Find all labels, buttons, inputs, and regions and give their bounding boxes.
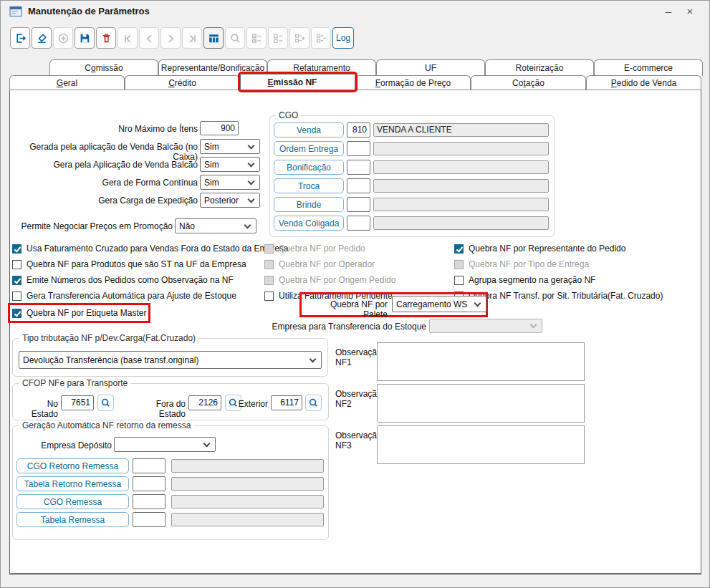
chevron-down-icon: [203, 440, 211, 447]
gera-carga-expedicao-select[interactable]: Posterior: [200, 193, 260, 208]
checkbox-box[interactable]: [12, 260, 21, 269]
field-label: Nro Máximo de Ítens: [11, 124, 198, 134]
chevron-down-icon: [474, 299, 481, 307]
cgo-venda-code-input[interactable]: 810: [347, 122, 370, 138]
nro-maximo-itens-input[interactable]: 900: [200, 121, 239, 135]
observacao-nf1-textarea[interactable]: [377, 342, 585, 381]
tabela-remessa-code-input[interactable]: [133, 512, 165, 527]
checkbox-quebra-nf-etiqueta-master[interactable]: Quebra NF por Etiqueta Master: [12, 307, 146, 319]
tipo-tributacao-select[interactable]: Devolução Transferência (base transf.ori…: [19, 351, 322, 369]
chevron-down-icon: [248, 196, 255, 203]
chevron-down-icon: [248, 160, 255, 167]
parameter-maintenance-window: Manutenção de Parâmetros – × Log Comissã…: [0, 0, 710, 588]
cgo-ordem-entrega-desc-field[interactable]: [373, 142, 549, 155]
field-label: Gerada pela aplicação de Venda Balcão (n…: [11, 142, 198, 162]
cgo-venda-button[interactable]: Venda: [274, 122, 344, 138]
cgo-venda-coligada-desc-field[interactable]: [373, 216, 549, 230]
cgo-brinde-code-input[interactable]: [347, 197, 370, 212]
cgo-remessa-desc-field[interactable]: [171, 495, 324, 509]
observacao-nf2-textarea[interactable]: [377, 384, 585, 423]
checkbox-box[interactable]: [264, 276, 274, 285]
checkbox-gera-transferencia-automatica[interactable]: Gera Transferencia Automática para Ajust…: [12, 290, 236, 302]
checkbox-box[interactable]: [264, 260, 274, 269]
cgo-bonificacao-button[interactable]: Bonificação: [274, 160, 344, 175]
checkbox-box[interactable]: [12, 291, 21, 301]
negociar-precos-promocao-select[interactable]: Não: [175, 218, 256, 233]
gera-forma-continua-select[interactable]: Sim: [200, 175, 260, 190]
cfop-no-estado-input[interactable]: 7651: [61, 395, 94, 410]
field-label: Gera pela Aplicação de Venda Balcão: [11, 160, 198, 170]
field-label: Gera Carga de Expedição: [11, 196, 198, 206]
chevron-down-icon: [248, 178, 255, 185]
observacao-nf3-textarea[interactable]: [377, 425, 585, 464]
checkbox-quebra-nf-tipo-entrega[interactable]: Quebra NF por Tipo de Entrega: [454, 259, 589, 270]
field-label: Gera de Forma Contínua: [11, 178, 198, 188]
cgo-ordem-entrega-code-input[interactable]: [347, 141, 370, 156]
checkbox-quebra-nf-operador[interactable]: Quebra NF por Operador: [264, 259, 375, 270]
empresa-deposito-select[interactable]: [114, 437, 216, 452]
cgo-bonificacao-desc-field[interactable]: [373, 160, 549, 174]
cgo-retorno-remessa-button[interactable]: CGO Retorno Remessa: [16, 458, 129, 473]
checkbox-box[interactable]: [454, 260, 464, 269]
empresa-transferencia-estoque-select[interactable]: [429, 319, 542, 333]
checkbox-label: Quebra NF Transf. por Sit. Tributária(Fa…: [469, 291, 663, 301]
cgo-retorno-remessa-desc-field[interactable]: [171, 459, 324, 473]
checkbox-usa-faturamento-cruzado[interactable]: Usa Faturamento Cruzado para Vendas Fora…: [12, 243, 289, 254]
chevron-down-icon: [310, 355, 317, 362]
field-label: Permite Negociar Preços em Promoção: [11, 221, 173, 231]
checkbox-box[interactable]: [12, 309, 21, 318]
checkbox-box[interactable]: [454, 276, 464, 285]
tabela-retorno-remessa-desc-field[interactable]: [171, 477, 324, 491]
cgo-group-title: CGO: [276, 110, 301, 120]
checkbox-emite-numeros-pedidos[interactable]: Emite Números dos Pedidos como Observaçã…: [12, 274, 234, 286]
cgo-troca-button[interactable]: Troca: [274, 178, 344, 193]
gera-venda-balcao-select[interactable]: Sim: [200, 157, 260, 172]
checkbox-quebra-nf-representante[interactable]: Quebra NF por Representante do Pedido: [454, 243, 625, 254]
select-value: Sim: [204, 160, 219, 170]
tabela-retorno-remessa-button[interactable]: Tabela Retorno Remessa: [16, 476, 129, 491]
cfop-exterior-input[interactable]: 6117: [271, 395, 302, 410]
checkbox-label: Quebra NF por Operador: [279, 259, 375, 269]
cgo-remessa-code-input[interactable]: [133, 494, 165, 509]
cfop-exterior-search-button[interactable]: [305, 395, 322, 411]
quebra-nf-palete-select[interactable]: Carregamento WS: [392, 296, 486, 312]
select-value: Carregamento WS: [396, 299, 467, 309]
cgo-troca-code-input[interactable]: [347, 178, 370, 193]
select-value: Posterior: [204, 196, 239, 206]
checkbox-box[interactable]: [264, 244, 274, 254]
checkbox-label: Quebra NF por Representante do Pedido: [469, 244, 625, 254]
checkbox-box[interactable]: [12, 276, 21, 285]
checkbox-agrupa-segmento[interactable]: Agrupa segmento na geração NF: [454, 274, 595, 286]
checkbox-quebra-nf-pedido[interactable]: Quebra NF por Pedido: [264, 243, 365, 254]
select-value: Devolução Transferência (base transf.ori…: [23, 355, 198, 365]
select-value: Não: [179, 221, 195, 231]
cfop-no-estado-search-button[interactable]: [97, 395, 114, 411]
cfop-fora-estado-input[interactable]: 2126: [188, 395, 221, 410]
checkbox-quebra-nf-origem-pedido[interactable]: Quebra NF por Origem Pedido: [264, 274, 395, 286]
cgo-venda-coligada-button[interactable]: Venda Coligada: [274, 216, 344, 231]
tabela-remessa-desc-field[interactable]: [171, 513, 324, 526]
tabela-remessa-button[interactable]: Tabela Remessa: [16, 512, 129, 527]
field-label: Empresa Depósito: [40, 440, 112, 450]
cgo-venda-coligada-code-input[interactable]: [347, 216, 370, 231]
tabela-retorno-remessa-code-input[interactable]: [133, 476, 165, 491]
tributacao-group-title: Tipo tributação NF p/Dev.Carga(Fat.Cruza…: [19, 333, 198, 343]
checkbox-box[interactable]: [12, 244, 21, 254]
cgo-venda-desc-field[interactable]: VENDA A CLIENTE: [373, 123, 549, 137]
checkbox-box[interactable]: [264, 291, 274, 301]
cgo-bonificacao-code-input[interactable]: [347, 160, 370, 175]
cgo-troca-desc-field[interactable]: [373, 179, 549, 193]
cgo-brinde-desc-field[interactable]: [373, 198, 549, 211]
checkbox-box[interactable]: [454, 244, 464, 254]
gerada-venda-balcao-caixa-select[interactable]: Sim: [200, 139, 260, 154]
cgo-retorno-remessa-code-input[interactable]: [133, 458, 165, 473]
cgo-remessa-button[interactable]: CGO Remessa: [16, 494, 129, 509]
checkbox-quebra-nf-produtos-st[interactable]: Quebra NF para Produtos que são ST na UF…: [12, 259, 246, 270]
observacao-nf2-label: ObservaçãoNF2: [335, 389, 380, 409]
checkbox-label: Quebra NF por Tipo de Entrega: [469, 259, 589, 269]
field-label: Empresa para Transferencia do Estoque: [259, 322, 426, 332]
chevron-down-icon: [248, 142, 255, 149]
cgo-ordem-entrega-button[interactable]: Ordem Entrega: [274, 141, 344, 156]
field-label: Exterior: [219, 399, 268, 409]
cgo-brinde-button[interactable]: Brinde: [274, 197, 344, 212]
